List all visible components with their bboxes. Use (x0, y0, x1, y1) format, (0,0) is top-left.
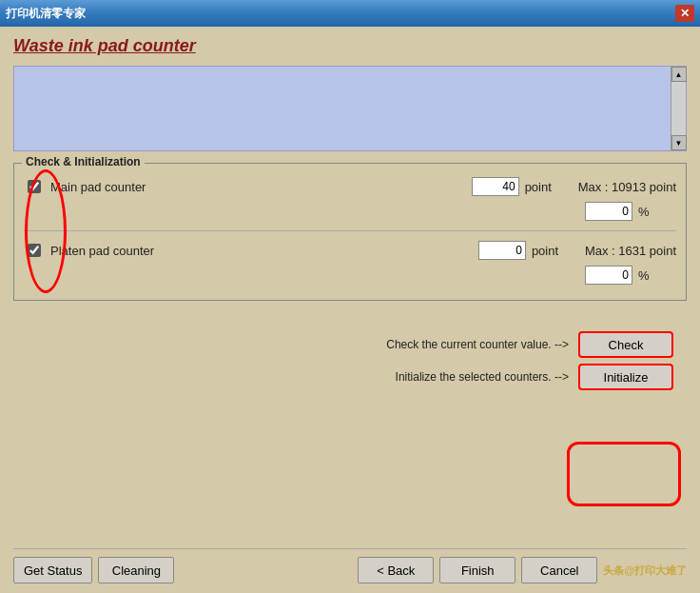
platen-pad-row2: 0 % (50, 266, 676, 290)
check-button[interactable]: Check (578, 331, 673, 358)
check-action-row: Check the current counter value. --> Che… (386, 331, 673, 358)
platen-pad-checkbox-container (24, 244, 45, 257)
scroll-up-arrow[interactable]: ▲ (671, 67, 687, 82)
platen-pad-label: Platen pad counter (50, 244, 203, 258)
main-pad-percent[interactable]: 0 (585, 202, 632, 221)
initialize-button[interactable]: Initialize (578, 364, 673, 390)
init-description: Initialize the selected counters. --> (396, 370, 569, 384)
close-button[interactable]: ✕ (675, 5, 694, 22)
platen-pad-value[interactable]: 0 (478, 241, 526, 260)
footer: Get Status Cleaning < Back Finish Cancel… (13, 548, 687, 583)
platen-pad-unit2: % (638, 268, 676, 283)
initialize-action-row: Initialize the selected counters. --> In… (396, 364, 673, 390)
check-description: Check the current counter value. --> (386, 338, 569, 351)
main-pad-max: Max : 10913 point (578, 180, 676, 194)
back-button[interactable]: < Back (358, 557, 434, 583)
finish-button[interactable]: Finish (439, 557, 515, 583)
platen-pad-unit1: point (532, 244, 570, 258)
title-bar-text: 打印机清零专家 (6, 6, 86, 22)
info-area: ▲ ▼ (13, 66, 687, 151)
main-pad-unit2: % (638, 205, 676, 219)
platen-pad-checkbox[interactable] (28, 244, 41, 257)
action-area: Check the current counter value. --> Che… (13, 331, 687, 390)
platen-pad-row1: Platen pad counter 0 point Max : 1631 po… (24, 235, 676, 264)
get-status-button[interactable]: Get Status (13, 557, 92, 583)
page-title: Waste ink pad counter (13, 36, 687, 56)
window-body: Waste ink pad counter ▲ ▼ Check & Initia… (0, 27, 700, 593)
main-pad-label: Main pad counter (50, 180, 203, 194)
watermark-text: 头条@打印大难了 (603, 563, 687, 578)
group-label: Check & Initialization (22, 155, 145, 168)
cleaning-button[interactable]: Cleaning (98, 557, 174, 583)
main-pad-row2: 0 % (50, 202, 676, 227)
scrollbar[interactable]: ▲ ▼ (671, 67, 686, 150)
main-pad-checkbox-container (24, 180, 45, 193)
platen-pad-percent[interactable]: 0 (585, 266, 632, 285)
separator (24, 230, 676, 231)
platen-pad-max: Max : 1631 point (585, 244, 676, 258)
main-pad-unit1: point (525, 180, 563, 194)
check-initialization-group: Check & Initialization Main pad counter … (13, 163, 687, 301)
main-pad-checkbox[interactable] (28, 180, 41, 193)
title-bar: 打印机清零专家 ✕ (0, 0, 700, 27)
main-pad-value[interactable]: 40 (472, 177, 519, 196)
cancel-button[interactable]: Cancel (521, 557, 597, 583)
scroll-down-arrow[interactable]: ▼ (671, 135, 687, 150)
main-pad-row1: Main pad counter 40 point Max : 10913 po… (24, 171, 676, 200)
